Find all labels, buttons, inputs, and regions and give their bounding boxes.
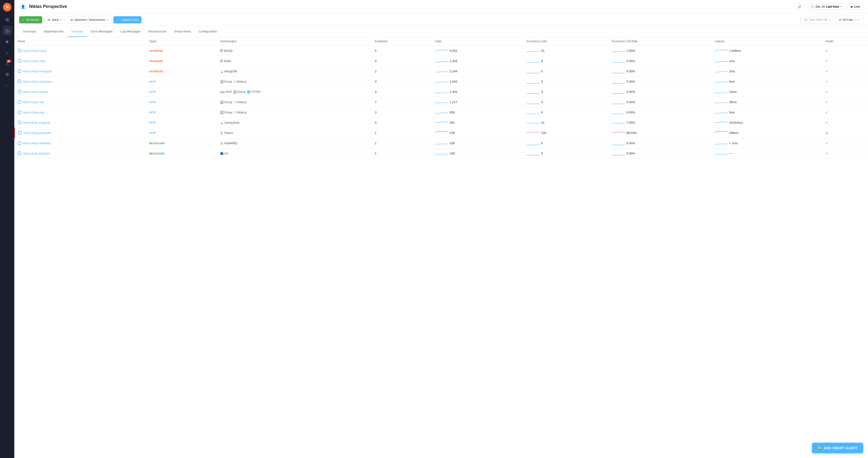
service-tech-cell: 🔄 Envoy⬡ Node.js: [217, 107, 372, 117]
stack-button[interactable]: ⊟ Stack ▾: [44, 16, 65, 24]
toolbar: ✓ No Issues ⊟ Stack ▾ ⇄ Upstream / Downs…: [14, 13, 868, 26]
service-link[interactable]: robot-shop-shipping: [18, 121, 144, 124]
service-endpoints-cell: 4: [372, 56, 432, 66]
latency-value: 2ms: [729, 69, 735, 73]
table-row: robot-shop-rabbitmq MESSAGING 🐰 RabbitMQ…: [15, 138, 868, 148]
service-name-cell: robot-shop-ratings: [15, 87, 146, 97]
latency-value: 29,814ms: [729, 121, 743, 124]
erroneous-calls-value: 8: [541, 59, 543, 63]
calls-sparkline: [435, 130, 448, 135]
gear-icon: ⚙: [5, 72, 9, 77]
type-badge: DATABASE: [149, 59, 163, 63]
tech-badge: 🔄 Envoy: [220, 111, 232, 114]
calls-value: 338: [450, 131, 455, 135]
sidebar-item-search[interactable]: ⌕: [2, 48, 12, 57]
col-calls[interactable]: Calls: [432, 37, 524, 46]
service-link[interactable]: robot-shop-catalogue: [18, 80, 144, 83]
table-row: robot-shop-user HTTP 🔄 Envoy⬡ Node.js 3 …: [15, 107, 868, 117]
error-rate-value: 0.00%: [626, 80, 635, 83]
analyze-calls-button[interactable]: ↔ Analyze Calls: [113, 16, 142, 23]
service-erroneous-calls-cell: 8: [524, 56, 609, 66]
service-erroneous-calls-cell: 0: [524, 66, 609, 77]
date-time-button[interactable]: 🕐 Dec 19 Last hour ▾: [807, 3, 845, 10]
map-icon: ◈: [5, 39, 9, 44]
service-tech-cell: 🔄 Envoy⬡ Node.js: [217, 77, 372, 87]
calls-value: 2,244: [450, 69, 458, 73]
service-link[interactable]: robot-shop-ratings: [18, 90, 144, 94]
calls-sparkline: [435, 151, 448, 156]
error-rate-sparkline: [612, 68, 625, 74]
type-badge: HTTP: [149, 90, 156, 94]
service-link[interactable]: robot-shop-rabbitmq: [18, 141, 144, 145]
table-row: robot-shop-cart HTTP 🔄 Envoy⬡ Node.js 7 …: [15, 97, 868, 107]
health-ok-icon: ✓: [825, 49, 828, 53]
sidebar-item-alerts[interactable]: ⚠ 46: [2, 59, 12, 68]
service-status-icon: [18, 121, 22, 124]
no-issues-button[interactable]: ✓ No Issues: [19, 16, 42, 23]
service-link[interactable]: robot-shop-cart: [18, 100, 144, 104]
service-endpoints-cell: 3: [372, 107, 432, 117]
all-calls-button[interactable]: ⇄ All Calls ⓘ ▾: [835, 16, 863, 24]
erroneous-sparkline: [527, 68, 540, 74]
tab-error-messages[interactable]: Error Messages: [87, 26, 117, 37]
sidebar-item-map[interactable]: ◈: [2, 37, 12, 46]
table-row: robot-shop-shipping HTTP 🍃 Spring Boot 4…: [15, 117, 868, 128]
tab-dependencies[interactable]: Dependencies: [40, 26, 67, 37]
tab-services[interactable]: Services: [67, 26, 87, 37]
erroneous-calls-value: 0: [541, 141, 543, 145]
time-shift-button[interactable]: 🕐 Time Shift: Off ▾: [801, 16, 833, 24]
service-link[interactable]: robot-shop-redis: [18, 59, 144, 63]
sidebar-item-services[interactable]: ◎: [2, 26, 12, 35]
service-link[interactable]: robot-shop-mysql: [18, 49, 144, 53]
add-smart-alert-button[interactable]: 🔔 ADD SMART ALERT: [812, 443, 863, 453]
service-calls-cell: 108: [432, 148, 524, 159]
allcalls-chevron-icon: ▾: [859, 19, 860, 21]
tech-badge: 🌐 HTTPd: [247, 90, 260, 94]
service-error-rate-cell: 1.90%: [609, 46, 712, 56]
link-button[interactable]: 🔗: [795, 3, 805, 10]
service-link[interactable]: robot-shop-dispatch: [18, 151, 144, 155]
service-error-rate-cell: 68.04%: [609, 128, 712, 138]
timeshift-icon: 🕐: [804, 18, 808, 22]
tab-configuration[interactable]: Configuration: [195, 26, 221, 37]
service-latency-cell: 13ms: [712, 87, 823, 97]
tab-log-messages[interactable]: Log Messages: [117, 26, 144, 37]
tech-badge: ⬡ Node.js: [234, 101, 247, 104]
service-status-icon: [18, 110, 22, 114]
calls-value: 858: [450, 111, 455, 114]
col-health: Health: [822, 37, 868, 46]
latency-sparkline: [715, 130, 728, 135]
service-type-cell: HTTP: [146, 87, 217, 97]
health-ok-icon: ✓: [825, 90, 828, 94]
service-link[interactable]: robot-shop-payment: [18, 131, 143, 135]
error-rate-value: 7.05%: [626, 121, 635, 124]
tab-summary[interactable]: Summary: [19, 26, 40, 37]
table-row: robot-shop-payment HTTP 🐍 Python 1 338: [15, 128, 868, 138]
col-endpoints: Endpoints: [372, 37, 432, 46]
service-latency-cell: < 1ms: [712, 138, 823, 148]
service-link[interactable]: robot-shop-mongodb: [18, 69, 144, 73]
live-button[interactable]: ▶ Live: [848, 3, 863, 10]
erroneous-calls-value: 81: [541, 49, 545, 53]
sidebar-item-dashboard[interactable]: ⊞: [2, 15, 12, 24]
upstream-downstream-button[interactable]: ⇄ Upstream / Downstream ▾: [67, 16, 111, 24]
services-table: Name Types Technologies Endpoints Calls …: [14, 37, 868, 159]
tab-infrastructure[interactable]: Infrastructure: [144, 26, 170, 37]
erroneous-sparkline: [527, 110, 540, 115]
type-badge: MESSAGING: [149, 152, 165, 155]
service-latency-cell: —: [712, 148, 823, 159]
table-row: robot-shop-redis DATABASE 🗄 Redis 4 2,32…: [15, 56, 868, 66]
calls-value: 581: [450, 121, 455, 124]
error-rate-value: 0.34%: [626, 59, 635, 63]
sidebar-item-settings[interactable]: ⚙: [2, 70, 12, 79]
error-rate-value: 0.00%: [626, 100, 635, 104]
latency-value: 6ms: [729, 80, 735, 83]
service-link[interactable]: robot-shop-user: [18, 110, 144, 114]
erroneous-calls-value: 0: [541, 152, 543, 155]
tab-smart-alerts[interactable]: Smart Alerts: [170, 26, 195, 37]
sidebar-item-more[interactable]: ···: [2, 81, 12, 90]
calls-sparkline: [435, 140, 448, 146]
service-tech-cell: 🐍 Python: [217, 128, 372, 138]
service-endpoints-cell: 1: [372, 128, 432, 138]
calls-sparkline: [435, 120, 448, 125]
